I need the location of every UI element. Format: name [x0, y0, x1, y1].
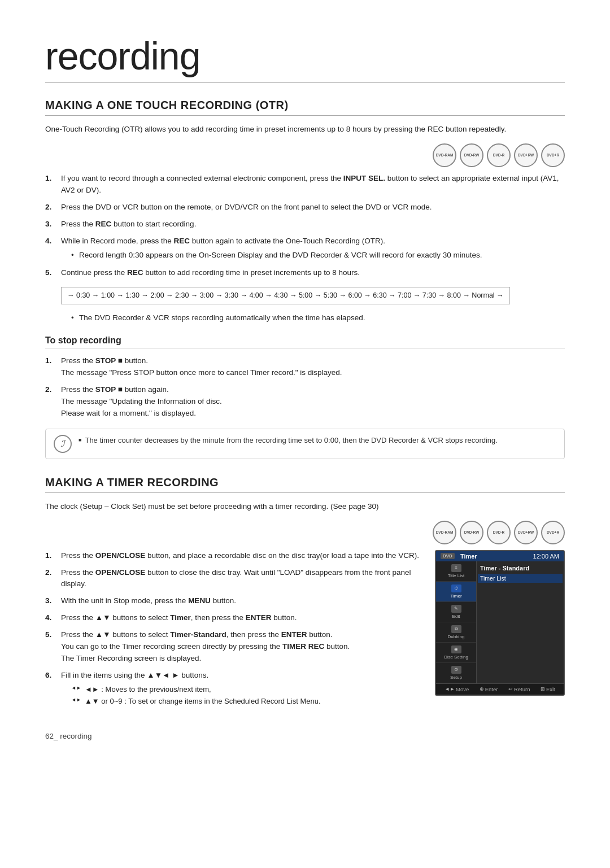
note-box: ℐ The timer counter decreases by the min… [45, 429, 565, 459]
timer-section: MAKING A TIMER RECORDING The clock (Setu… [45, 476, 565, 716]
otr-step-2: 2. Press the DVD or VCR button on the re… [45, 202, 565, 213]
timer-steps: 1. Press the OPEN/CLOSE button, and plac… [45, 550, 424, 716]
page-title: recording [45, 34, 565, 83]
disc-icon-dvd-ram: DVD-RAM [433, 143, 456, 167]
otr-disc-icons: DVD-RAM DVD-RW DVD-R DVD+RW DVD+R [45, 143, 565, 167]
timer-disc-icon-dvd-r: DVD-R [487, 521, 511, 544]
tv-main-content: Timer - Standard Timer List [477, 561, 564, 683]
timer-disc-icon-dvd-rw: DVD-RW [460, 521, 483, 544]
tv-screen: DVD Timer 12:00 AM ≡ Title List ⏱ [435, 550, 565, 696]
otr-intro: One-Touch Recording (OTR) allows you to … [45, 124, 565, 136]
timer-disc-icon-dvd-plus-rw: DVD+RW [514, 521, 538, 544]
timer-icon: ⏱ [451, 585, 461, 592]
move-key: ◄► [445, 686, 455, 692]
tv-footer-enter: ⊕ Enter [480, 686, 498, 692]
otr-step-4-bullet-1: Record length 0:30 appears on the On-Scr… [71, 250, 565, 261]
stop-steps-list: 1. Press the STOP ■ button. The message … [45, 355, 565, 420]
stop-recording-title: To stop recording [45, 335, 565, 348]
tv-menu-titlelist: ≡ Title List [436, 561, 476, 582]
timer-disc-icon-dvd-plus-r: DVD+R [541, 521, 565, 544]
note-content: The timer counter decreases by the minut… [79, 435, 498, 446]
tv-menu-timer: ⏱ Timer [436, 582, 476, 602]
tv-menu-edit: ✎ Edit [436, 602, 476, 622]
timer-disc-icons: DVD-RAM DVD-RW DVD-R DVD+RW DVD+R [45, 521, 565, 544]
tv-menu: ≡ Title List ⏱ Timer ✎ Edit ⧉ [436, 561, 564, 683]
page-footer-label: 62_ recording [45, 732, 92, 740]
note-icon: ℐ [54, 435, 72, 453]
timer-screen-container: DVD Timer 12:00 AM ≡ Title List ⏱ [435, 550, 565, 696]
otr-step-5-bullets: The DVD Recorder & VCR stops recording a… [61, 312, 565, 324]
disc-icon-dvd-plus-r: DVD+R [541, 143, 565, 167]
timer-step-5: 5. Press the ▲▼ buttons to select Timer-… [45, 629, 424, 665]
edit-icon: ✎ [451, 605, 461, 613]
disc-icon-dvd-rw: DVD-RW [460, 143, 483, 167]
otr-section: MAKING A ONE TOUCH RECORDING (OTR) One-T… [45, 99, 565, 459]
timer-intro: The clock (Setup – Clock Set) must be se… [45, 501, 565, 513]
otr-step-4: 4. While in Record mode, press the REC b… [45, 235, 565, 263]
return-key: ↩ [508, 686, 513, 692]
ud-arrow-item: ▲▼ or 0~9 : To set or change items in th… [71, 696, 424, 708]
stop-step-2: 2. Press the STOP ■ button again. The me… [45, 384, 565, 420]
tv-footer-return: ↩ Return [508, 686, 530, 692]
note-text: The timer counter decreases by the minut… [79, 435, 498, 446]
timer-body: 1. Press the OPEN/CLOSE button, and plac… [45, 550, 565, 716]
titlelist-icon: ≡ [451, 564, 461, 572]
tv-menu-disc-setting: ◉ Disc Setting [436, 643, 476, 663]
timer-step-6-arrows: ◄► : Moves to the previous/next item, ▲▼… [61, 684, 424, 708]
timer-step-1: 1. Press the OPEN/CLOSE button, and plac… [45, 550, 424, 562]
timer-steps-list: 1. Press the OPEN/CLOSE button, and plac… [45, 550, 424, 710]
setup-icon: ⚙ [451, 666, 461, 674]
page-footer: 62_ recording [45, 732, 565, 740]
tv-content-title: Timer - Standard [480, 565, 560, 572]
dubbing-icon: ⧉ [451, 625, 461, 633]
tv-disc-label: DVD Timer [441, 553, 477, 560]
lr-arrow-item: ◄► : Moves to the previous/next item, [71, 684, 424, 696]
otr-steps-list: 1. If you want to record through a conne… [45, 173, 565, 325]
disc-icon-dvd-plus-rw: DVD+RW [514, 143, 538, 167]
disc-setting-icon: ◉ [451, 645, 461, 653]
tv-footer: ◄► Move ⊕ Enter ↩ Return ⊠ Exit [436, 683, 564, 695]
timer-step-6: 6. Fill in the items using the ▲▼◄ ► but… [45, 670, 424, 710]
timer-disc-icon-dvd-ram: DVD-RAM [433, 521, 456, 544]
tv-menu-setup: ⚙ Setup [436, 663, 476, 683]
tv-sidebar: ≡ Title List ⏱ Timer ✎ Edit ⧉ [436, 561, 477, 683]
stop-step-1: 1. Press the STOP ■ button. The message … [45, 355, 565, 379]
timing-box: → 0:30 → 1:00 → 1:30 → 2:00 → 2:30 → 3:0… [61, 287, 510, 304]
otr-step-5: 5. Continue press the REC button to add … [45, 267, 565, 325]
otr-step-3: 3. Press the REC button to start recordi… [45, 219, 565, 230]
tv-content-sub: Timer List [478, 574, 563, 583]
tv-footer-exit: ⊠ Exit [541, 686, 555, 692]
tv-disc-badge: DVD [441, 553, 455, 559]
exit-key: ⊠ [541, 686, 545, 692]
otr-step-1: 1. If you want to record through a conne… [45, 173, 565, 197]
timer-step-2: 2. Press the OPEN/CLOSE button to close … [45, 567, 424, 591]
timer-section-title: MAKING A TIMER RECORDING [45, 476, 565, 493]
tv-footer-move: ◄► Move [445, 686, 469, 692]
tv-header-title: Timer [460, 553, 477, 560]
otr-step-5-bullet-1: The DVD Recorder & VCR stops recording a… [71, 312, 565, 324]
timer-step-4: 4. Press the ▲▼ buttons to select Timer,… [45, 612, 424, 624]
tv-menu-dubbing: ⧉ Dubbing [436, 622, 476, 643]
disc-icon-dvd-r: DVD-R [487, 143, 511, 167]
enter-key: ⊕ [480, 686, 484, 692]
tv-header-time: 12:00 AM [533, 553, 559, 560]
tv-screen-header: DVD Timer 12:00 AM [436, 551, 564, 561]
otr-step-4-bullets: Record length 0:30 appears on the On-Scr… [61, 250, 565, 261]
timer-step-3: 3. With the unit in Stop mode, press the… [45, 595, 424, 607]
otr-section-title: MAKING A ONE TOUCH RECORDING (OTR) [45, 99, 565, 116]
